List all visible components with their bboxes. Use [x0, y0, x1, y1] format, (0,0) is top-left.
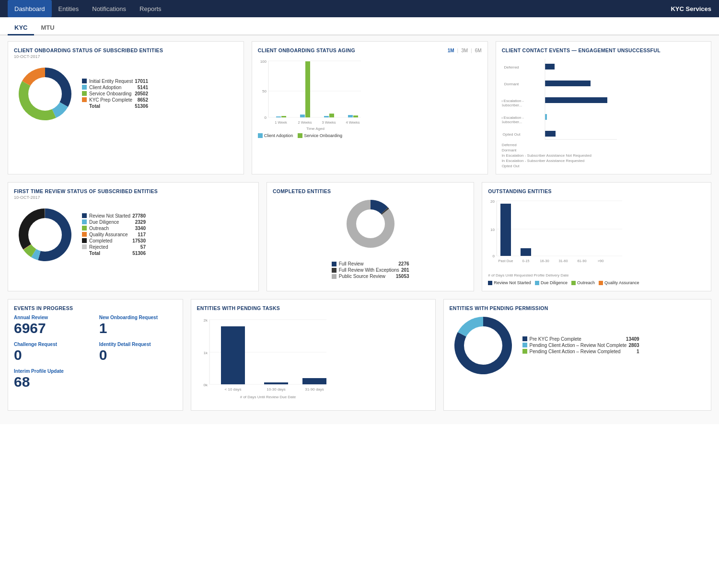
svg-rect-29: [545, 81, 591, 86]
event-new-onboarding: New Onboarding Request 1: [99, 315, 177, 336]
svg-text:>90: >90: [598, 259, 604, 263]
svg-text:1k: 1k: [203, 351, 208, 355]
event-annual-review-value: 6967: [14, 320, 92, 336]
nav-item-entities[interactable]: Entities: [52, 0, 86, 17]
onboarding-status-subtitle: 10-OCT-2017: [14, 54, 238, 59]
svg-text:Dormant: Dormant: [504, 82, 519, 86]
svg-text:31-90 days: 31-90 days: [305, 387, 324, 392]
svg-rect-13: [329, 114, 334, 117]
svg-text:0-15: 0-15: [522, 259, 530, 263]
panel-outstanding-entities: OUTSTANDING ENTITIES 20 10 0 Past Due 0-…: [482, 182, 711, 291]
svg-text:Past Due: Past Due: [499, 259, 513, 263]
contact-events-title: CLIENT CONTACT EVENTS — ENGAGEMENT UNSUC…: [502, 47, 705, 53]
svg-text:50: 50: [262, 89, 267, 93]
nav-item-notifications[interactable]: Notifications: [85, 0, 133, 17]
svg-text:2 Weeks: 2 Weeks: [298, 120, 312, 125]
nav-brand: KYC Services: [671, 5, 711, 12]
event-new-onboarding-label: New Onboarding Request: [99, 315, 177, 320]
onboarding-status-donut: [14, 63, 76, 125]
tab-mtu[interactable]: MTU: [34, 21, 61, 35]
svg-text:Subscriber...: Subscriber...: [502, 120, 522, 124]
svg-text:Deferred: Deferred: [504, 65, 519, 69]
svg-rect-15: [353, 115, 358, 117]
svg-rect-63: [302, 378, 326, 384]
panel-completed-entities: COMPLETED ENTITIES Full Review2276 Full …: [267, 182, 474, 291]
svg-rect-31: [545, 114, 547, 120]
main-nav: Dashboard Entities Notifications Reports…: [0, 0, 719, 17]
event-identity-value: 0: [99, 347, 177, 363]
pending-permission-legend: Pre KYC Prep Complete13409 Pending Clien…: [522, 336, 639, 355]
first-time-review-legend: Review Not Started27780 Due Diligence232…: [82, 213, 146, 257]
event-identity-detail: Identity Detail Request 0: [99, 342, 177, 363]
svg-text:10-30 days: 10-30 days: [267, 387, 286, 392]
svg-text:Opted Out: Opted Out: [502, 132, 521, 137]
event-interim-value: 68: [14, 374, 177, 390]
panel-first-time-review: FIRST TIME REVIEW STATUS OF SUBSCRIBED E…: [8, 182, 259, 291]
nav-item-dashboard[interactable]: Dashboard: [8, 0, 52, 17]
period-3m[interactable]: 3M: [461, 48, 468, 53]
panel-pending-permission: ENTITIES WITH PENDING PERMISSION Pre KYC…: [443, 299, 712, 411]
first-time-review-title: FIRST TIME REVIEW STATUS OF SUBSCRIBED E…: [14, 188, 253, 194]
svg-rect-62: [264, 382, 288, 384]
event-interim-label: Interim Profile Update: [14, 369, 177, 374]
completed-entities-legend: Full Review2276 Full Review With Excepti…: [332, 261, 409, 280]
event-new-onboarding-value: 1: [99, 320, 177, 336]
aging-bar-chart: 100 50 0: [258, 54, 363, 131]
svg-text:0: 0: [264, 115, 267, 120]
svg-text:61-90: 61-90: [578, 259, 587, 263]
panel-onboarding-aging: CLIENT ONBOARDING STATUS AGING 1M | 3M |…: [252, 41, 488, 174]
outstanding-axis-label: # of Days Until Requested Profile Delive…: [488, 273, 705, 277]
svg-text:0: 0: [493, 254, 495, 258]
outstanding-entities-chart: 20 10 0 Past Due 0-15 16-30 31-60 61-90 …: [488, 195, 627, 272]
event-annual-review: Annual Review 6967: [14, 315, 92, 336]
row-2: FIRST TIME REVIEW STATUS OF SUBSCRIBED E…: [8, 182, 711, 291]
period-1m[interactable]: 1M: [448, 48, 454, 53]
onboarding-status-legend: Initial Entity Request17011 Client Adopt…: [82, 79, 148, 110]
period-separator2: |: [471, 48, 472, 53]
first-time-review-donut: [14, 204, 76, 266]
period-separator1: |: [457, 48, 459, 53]
panel-contact-events: CLIENT CONTACT EVENTS — ENGAGEMENT UNSUC…: [496, 41, 711, 174]
event-annual-review-label: Annual Review: [14, 315, 92, 320]
svg-rect-28: [545, 64, 555, 69]
svg-text:0k: 0k: [203, 383, 208, 387]
completed-entities-title: COMPLETED ENTITIES: [273, 188, 468, 194]
row-1: CLIENT ONBOARDING STATUS OF SUBSCRIBED E…: [8, 41, 711, 174]
svg-rect-10: [300, 115, 305, 117]
nav-item-reports[interactable]: Reports: [133, 0, 168, 17]
svg-rect-9: [281, 116, 286, 117]
onboarding-aging-title: CLIENT ONBOARDING STATUS AGING: [258, 47, 355, 53]
events-in-progress-title: EVENTS IN PROGRESS: [14, 305, 177, 311]
tab-bar: KYC MTU: [0, 17, 719, 35]
svg-text:10: 10: [490, 228, 495, 232]
svg-text:16-30: 16-30: [540, 259, 549, 263]
svg-text:In Escalation -: In Escalation -: [502, 99, 524, 103]
pending-permission-title: ENTITIES WITH PENDING PERMISSION: [450, 305, 706, 311]
svg-text:0k: 0k: [543, 140, 547, 140]
svg-text:< 10 days: < 10 days: [224, 387, 241, 392]
pending-tasks-chart: 2k 1k 0k < 10 days 10-30 days 31-90 days…: [197, 312, 331, 403]
svg-point-37: [28, 218, 62, 252]
svg-rect-61: [221, 326, 245, 384]
outstanding-entities-title: OUTSTANDING ENTITIES: [488, 188, 705, 194]
tab-kyc[interactable]: KYC: [8, 21, 34, 35]
period-6m[interactable]: 6M: [475, 48, 482, 53]
svg-rect-14: [348, 115, 353, 117]
svg-rect-8: [276, 116, 281, 117]
contact-events-chart: Deferred Dormant In Escalation - Subscri…: [502, 54, 636, 140]
first-time-review-subtitle: 10-OCT-2017: [14, 195, 253, 200]
svg-rect-46: [500, 204, 511, 256]
svg-rect-32: [545, 131, 556, 137]
svg-text:Time Aged: Time Aged: [306, 127, 325, 131]
svg-text:3 Weeks: 3 Weeks: [322, 120, 336, 125]
pending-tasks-title: ENTITIES WITH PENDING TASKS: [197, 305, 429, 311]
pending-permission-donut: [450, 312, 517, 379]
svg-rect-47: [521, 248, 531, 256]
svg-point-38: [356, 209, 385, 238]
row-3: EVENTS IN PROGRESS Annual Review 6967 Ne…: [8, 299, 711, 411]
completed-entities-donut: [342, 195, 399, 253]
svg-rect-11: [305, 61, 310, 117]
event-interim-profile: Interim Profile Update 68: [14, 369, 177, 390]
svg-text:100: 100: [260, 59, 267, 64]
panel-onboarding-status: CLIENT ONBOARDING STATUS OF SUBSCRIBED E…: [8, 41, 244, 174]
